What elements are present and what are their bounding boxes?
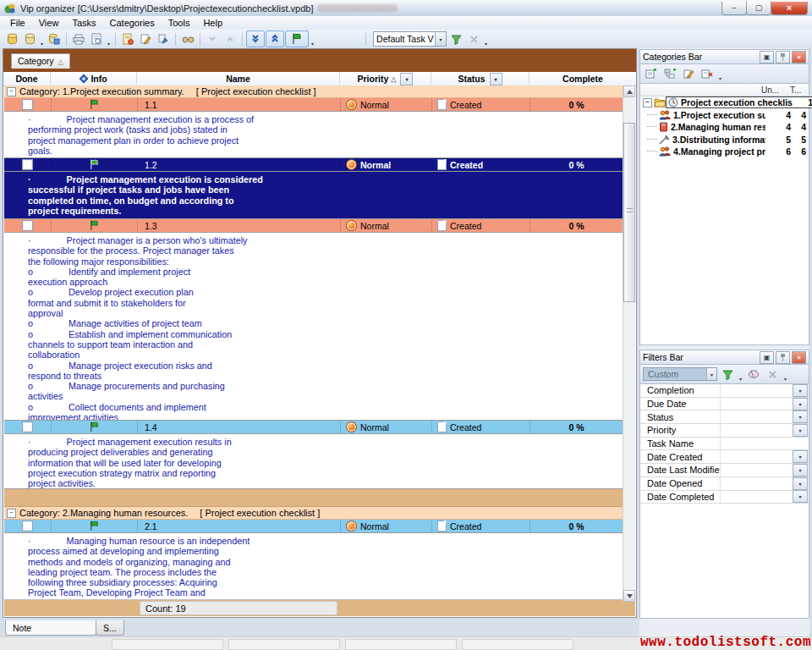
priority-cell[interactable]: Normal	[341, 219, 432, 232]
apply-view-button[interactable]	[447, 31, 464, 47]
clear-filter-button[interactable]	[745, 366, 762, 382]
task-name-cell[interactable]: 2.1	[138, 520, 341, 532]
task-description-2-1[interactable]: · Managing human resource is an independ…	[4, 533, 623, 602]
s-tab[interactable]: S...	[96, 620, 124, 636]
column-status[interactable]: Status ▾	[431, 72, 529, 85]
column-name[interactable]: Name	[137, 72, 340, 85]
filter-value[interactable]	[721, 398, 793, 410]
panel-close-button[interactable]: ×	[792, 351, 806, 364]
filter-value[interactable]	[721, 464, 793, 476]
filter-value[interactable]	[721, 491, 793, 504]
panel-pin-button[interactable]	[776, 351, 790, 364]
priority-cell[interactable]: Normal	[341, 421, 432, 433]
grid-vertical-scrollbar[interactable]	[623, 85, 635, 602]
filter-row-date-opened[interactable]: Date Opened ▾	[640, 477, 809, 491]
note-tab[interactable]: Note	[5, 620, 96, 636]
menu-view[interactable]: View	[32, 17, 66, 29]
task-description-1-3[interactable]: · Project manager is a person who's ulti…	[4, 233, 623, 421]
group-header-2[interactable]: − Category: 2.Managing human resources. …	[4, 507, 623, 520]
group-header-1[interactable]: − Category: 1.Project execution summary.…	[4, 85, 623, 98]
filters-toolbar-dropdown-icon[interactable]: ▾	[782, 376, 788, 382]
remove-filter-button[interactable]	[764, 366, 781, 382]
menu-categories[interactable]: Categories	[103, 17, 162, 29]
filter-row-status[interactable]: Status ▾	[640, 410, 809, 424]
close-button[interactable]: ×	[771, 2, 808, 15]
view-options-dropdown-icon[interactable]: ▾	[483, 41, 489, 47]
new-category-button[interactable]	[643, 66, 660, 81]
clear-view-button[interactable]	[465, 31, 482, 47]
filter-value[interactable]	[721, 477, 793, 490]
done-cell[interactable]	[4, 158, 52, 171]
collapse-all-button[interactable]	[266, 30, 284, 47]
panel-minimize-button[interactable]: ▣	[760, 51, 774, 63]
filter-preset-combo[interactable]: Custom ▾	[643, 367, 717, 381]
expand-all-button[interactable]	[246, 30, 265, 47]
filter-dropdown-icon[interactable]: ▾	[793, 398, 808, 410]
task-view-dropdown-icon[interactable]: ▾	[435, 32, 446, 46]
flag-view-dropdown-icon[interactable]: ▾	[310, 41, 315, 47]
filter-dropdown-icon[interactable]: ▾	[793, 384, 808, 397]
tree-item-category-2[interactable]: 2.Managing human resour 4 4	[640, 121, 809, 134]
done-checkbox[interactable]	[22, 521, 33, 532]
apply-filter-button[interactable]	[719, 366, 736, 382]
task-name-cell[interactable]: 1.2	[138, 158, 341, 171]
filter-value[interactable]	[721, 424, 793, 437]
filter-row-due-date[interactable]: Due Date ▾	[640, 398, 809, 411]
task-name-cell[interactable]: 1.1	[138, 98, 341, 111]
open-database-dropdown-icon[interactable]: ▾	[39, 41, 45, 47]
priority-cell[interactable]: Normal	[341, 98, 432, 111]
filter-dropdown-icon[interactable]: ▾	[793, 490, 808, 503]
task-name-cell[interactable]: 1.4	[138, 421, 341, 433]
menu-file[interactable]: File	[3, 17, 32, 29]
status-cell[interactable]: Created	[432, 158, 530, 171]
priority-cell[interactable]: Normal	[341, 520, 432, 532]
edit-category-button[interactable]	[680, 66, 697, 81]
panel-close-button[interactable]: ×	[792, 51, 806, 63]
complete-cell[interactable]: 0 %	[530, 219, 623, 232]
save-database-button[interactable]	[46, 31, 63, 47]
menu-tools[interactable]: Tools	[162, 17, 197, 29]
priority-filter-dropdown[interactable]: ▾	[400, 73, 413, 85]
total-column[interactable]: T...	[790, 85, 809, 95]
print-button[interactable]	[70, 31, 87, 47]
status-cell[interactable]: Created	[432, 98, 530, 111]
done-checkbox[interactable]	[22, 159, 33, 170]
filter-row-completion[interactable]: Completion ▾	[640, 384, 809, 398]
filter-preset-dropdown-icon[interactable]: ▾	[706, 368, 716, 380]
edit-task-button[interactable]	[137, 31, 154, 47]
task-row-2-1[interactable]: 2.1 Normal Created 0 %	[4, 520, 623, 533]
filter-row-task-name[interactable]: Task Name	[640, 438, 809, 451]
status-cell[interactable]: Created	[432, 219, 530, 232]
column-done[interactable]: Done	[3, 72, 51, 85]
done-checkbox[interactable]	[22, 99, 33, 110]
print-dropdown-icon[interactable]: ▾	[106, 41, 112, 47]
scroll-down-button[interactable]	[623, 590, 635, 602]
task-name-cell[interactable]: 1.3	[138, 219, 341, 232]
done-checkbox[interactable]	[22, 220, 33, 231]
column-priority[interactable]: Priority△ ▾	[340, 72, 431, 85]
open-database-button[interactable]	[21, 31, 38, 47]
tree-item-category-4[interactable]: 4.Managing project procu 6 6	[640, 146, 809, 158]
complete-cell[interactable]: 0 %	[530, 520, 623, 532]
status-filter-dropdown[interactable]: ▾	[490, 73, 502, 85]
done-cell[interactable]	[4, 98, 52, 111]
filter-dropdown-icon[interactable]: ▾	[793, 424, 808, 437]
status-cell[interactable]: Created	[432, 421, 530, 433]
done-checkbox[interactable]	[22, 421, 33, 432]
filter-row-date-completed[interactable]: Date Completed ▾	[640, 491, 809, 504]
group-by-category-tab[interactable]: Category△	[11, 53, 70, 69]
complete-cell[interactable]: 0 %	[530, 158, 623, 171]
flag-view-button[interactable]	[285, 30, 309, 47]
complete-cell[interactable]: 0 %	[530, 421, 623, 433]
tree-item-category-1[interactable]: 1.Project execution summ 4 4	[640, 109, 809, 122]
complete-cell[interactable]: 0 %	[530, 98, 623, 111]
filter-row-date-last-modified[interactable]: Date Last Modifie ▾	[640, 464, 809, 477]
scroll-up-button[interactable]	[623, 85, 635, 97]
scrollbar-thumb[interactable]	[623, 123, 635, 302]
apply-filter-dropdown-icon[interactable]: ▾	[738, 376, 743, 382]
filter-value[interactable]	[721, 384, 793, 397]
delete-category-button[interactable]	[699, 66, 716, 81]
minimize-button[interactable]: –	[721, 2, 747, 15]
menu-help[interactable]: Help	[196, 17, 229, 29]
collapse-tree-icon[interactable]: −	[643, 98, 652, 107]
